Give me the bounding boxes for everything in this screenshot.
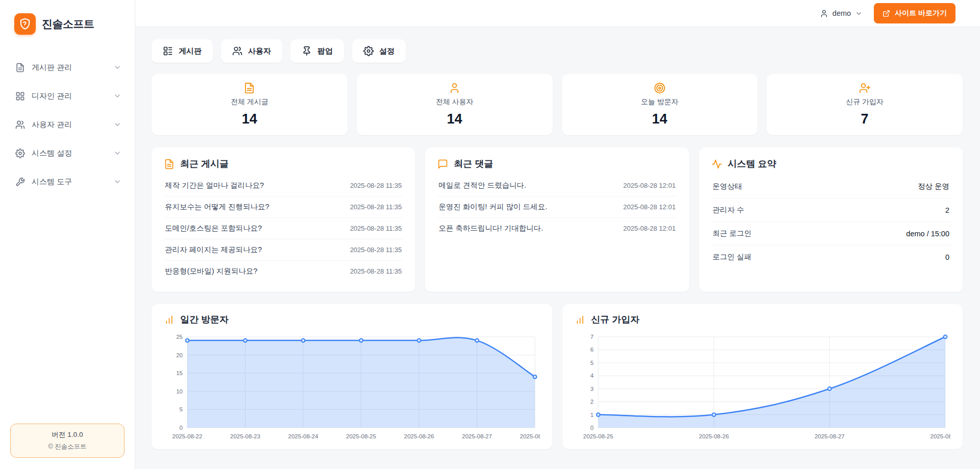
summary-value: 0	[945, 253, 949, 261]
list-item-date: 2025-08-28 11:35	[350, 225, 402, 232]
system-summary-list: 운영상태 정상 운영관리자 수 2최근 로그인 demo / 15:00로그인 …	[712, 175, 950, 268]
bar-chart-icon	[164, 314, 175, 325]
daily-visitors-chart-card: 일간 방문자 05101520252025-08-222025-08-23202…	[152, 304, 552, 449]
svg-text:2025-08-25: 2025-08-25	[583, 433, 614, 439]
recent-comments-list: 메일로 견적안 드렸습니다. 2025-08-28 12:01운영진 화이팅! …	[437, 175, 676, 239]
new-signups-chart-header: 신규 가입자	[575, 313, 950, 326]
file-text-icon	[164, 159, 175, 169]
quick-actions: 게시판 사용자 팝업 설정	[152, 39, 963, 63]
quick-action-button[interactable]: 사용자	[221, 39, 282, 63]
recent-posts-title: 최근 게시글	[180, 158, 229, 170]
gear-icon	[15, 149, 25, 158]
list-item-date: 2025-08-28 11:35	[350, 246, 402, 254]
svg-text:4: 4	[591, 373, 594, 379]
list-item-date: 2025-08-28 11:35	[350, 203, 402, 211]
stat-card: 오늘 방문자 14	[562, 74, 758, 135]
svg-text:3: 3	[591, 386, 594, 392]
sidebar-item[interactable]: 디자인 관리	[0, 82, 135, 110]
brand-name: 진솔소프트	[42, 17, 94, 31]
version-text: 버전 1.0.0	[16, 430, 119, 439]
list-item-date: 2025-08-28 11:35	[350, 182, 402, 189]
svg-text:2025-08-25: 2025-08-25	[346, 433, 376, 439]
recent-comments-panel: 최근 댓글 메일로 견적안 드렸습니다. 2025-08-28 12:01운영진…	[425, 147, 689, 292]
chevron-down-icon	[113, 63, 121, 71]
users-icon	[232, 46, 242, 56]
svg-text:2: 2	[591, 399, 594, 405]
list-item-title: 제작 기간은 얼마나 걸리나요?	[165, 181, 264, 190]
svg-text:2025-08-28: 2025-08-28	[520, 433, 540, 439]
stat-label: 오늘 방문자	[641, 97, 678, 107]
stat-card: 전체 사용자 14	[357, 74, 553, 135]
new-signups-chart: 012345672025-08-252025-08-262025-08-2720…	[575, 331, 950, 442]
svg-text:7: 7	[591, 334, 594, 340]
stat-label: 전체 게시글	[231, 97, 268, 107]
chevron-down-icon	[113, 178, 121, 186]
quick-action-button[interactable]: 팝업	[290, 39, 344, 63]
stat-value: 14	[447, 111, 462, 127]
quick-action-button[interactable]: 게시판	[152, 39, 213, 63]
list-item[interactable]: 유지보수는 어떻게 진행되나요? 2025-08-28 11:35	[164, 196, 403, 218]
sidebar-item-label: 시스템 설정	[32, 149, 107, 158]
list-item[interactable]: 관리자 페이지는 제공되나요? 2025-08-28 11:35	[164, 239, 403, 261]
svg-text:2025-08-26: 2025-08-26	[699, 433, 729, 439]
list-item-title: 메일로 견적안 드렸습니다.	[438, 181, 526, 190]
bar-chart-icon	[575, 314, 585, 325]
stat-value: 14	[242, 111, 257, 127]
summary-row: 관리자 수 2	[712, 199, 950, 222]
list-item[interactable]: 반응형(모바일) 지원되나요? 2025-08-28 11:35	[164, 261, 403, 282]
daily-visitors-chart: 05101520252025-08-222025-08-232025-08-24…	[164, 331, 540, 442]
svg-text:2025-08-26: 2025-08-26	[404, 433, 434, 439]
topbar: demo 사이트 바로가기	[135, 0, 980, 27]
sidebar-item[interactable]: 사용자 관리	[0, 110, 135, 139]
list-item[interactable]: 제작 기간은 얼마나 걸리나요? 2025-08-28 11:35	[164, 175, 403, 196]
account-name: demo	[832, 9, 851, 17]
brand-logo-shield-icon	[14, 13, 36, 35]
list-item-title: 유지보수는 어떻게 진행되나요?	[165, 202, 270, 212]
daily-visitors-chart-header: 일간 방문자	[164, 313, 540, 326]
brand[interactable]: 진솔소프트	[0, 0, 135, 44]
go-to-site-button[interactable]: 사이트 바로가기	[874, 3, 955, 23]
svg-text:5: 5	[180, 406, 183, 412]
summary-label: 관리자 수	[713, 205, 744, 215]
list-item-title: 운영진 화이팅! 커피 많이 드세요.	[438, 202, 547, 212]
summary-value: 정상 운영	[918, 182, 949, 191]
file-text-icon	[243, 82, 255, 94]
summary-value: 2	[945, 206, 949, 214]
recent-comments-header: 최근 댓글	[437, 158, 676, 170]
sidebar-item[interactable]: 시스템 도구	[0, 167, 135, 196]
gear-icon	[363, 46, 374, 56]
chevron-down-icon	[113, 92, 121, 100]
sidebar-item-label: 사용자 관리	[32, 120, 107, 130]
activity-icon	[712, 159, 722, 169]
svg-text:2025-08-28: 2025-08-28	[930, 433, 950, 439]
account-menu[interactable]: demo	[820, 9, 863, 18]
quick-action-button[interactable]: 설정	[352, 39, 406, 63]
recent-comments-title: 최근 댓글	[454, 158, 493, 170]
sidebar-item[interactable]: 시스템 설정	[0, 139, 135, 167]
summary-label: 최근 로그인	[713, 229, 752, 238]
recent-posts-header: 최근 게시글	[164, 158, 403, 170]
layout-grid-icon	[15, 91, 25, 101]
recent-posts-panel: 최근 게시글 제작 기간은 얼마나 걸리나요? 2025-08-28 11:35…	[152, 147, 415, 292]
list-item-date: 2025-08-28 12:01	[623, 203, 676, 211]
svg-text:6: 6	[591, 347, 594, 353]
panels-row: 최근 게시글 제작 기간은 얼마나 걸리나요? 2025-08-28 11:35…	[152, 147, 963, 292]
pin-icon	[302, 46, 312, 56]
list-item[interactable]: 운영진 화이팅! 커피 많이 드세요. 2025-08-28 12:01	[437, 196, 676, 218]
svg-text:0: 0	[180, 425, 183, 431]
summary-row: 로그인 실패 0	[712, 245, 950, 268]
svg-text:5: 5	[591, 360, 594, 366]
new-signups-chart-title: 신규 가입자	[591, 313, 640, 326]
file-text-icon	[15, 63, 25, 72]
svg-text:1: 1	[591, 412, 594, 418]
list-item[interactable]: 도메인/호스팅은 포함되나요? 2025-08-28 11:35	[164, 218, 403, 239]
chevron-down-icon	[113, 120, 121, 129]
chevron-down-icon	[113, 149, 121, 157]
stat-value: 14	[652, 111, 667, 127]
stat-cards: 전체 게시글 14 전체 사용자 14 오늘 방문자 14 신규 가입자 7	[152, 74, 963, 135]
list-item[interactable]: 메일로 견적안 드렸습니다. 2025-08-28 12:01	[437, 175, 676, 196]
summary-row: 운영상태 정상 운영	[712, 175, 950, 199]
stat-label: 전체 사용자	[436, 97, 474, 107]
list-item[interactable]: 오픈 축하드립니다! 기대합니다. 2025-08-28 12:01	[437, 218, 676, 239]
sidebar-item[interactable]: 게시판 관리	[0, 53, 135, 82]
